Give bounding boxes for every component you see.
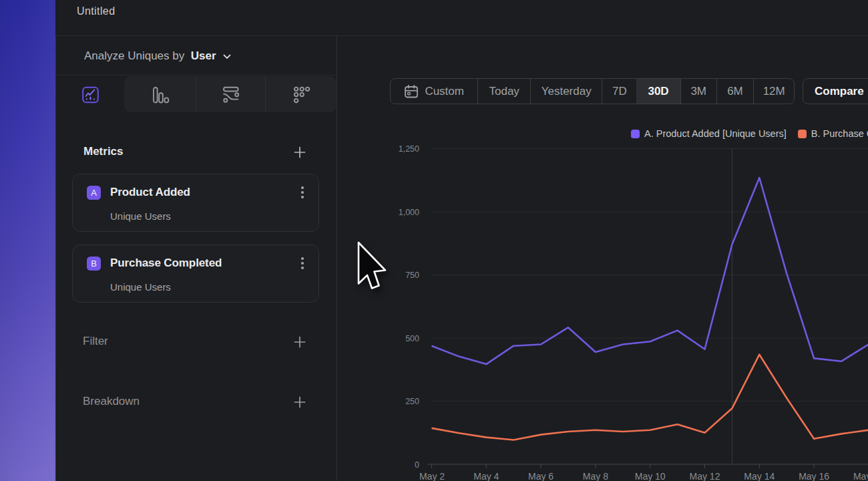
svg-text:May 6: May 6 <box>528 471 554 481</box>
svg-text:May 12: May 12 <box>690 471 720 481</box>
svg-text:250: 250 <box>405 397 419 406</box>
svg-text:750: 750 <box>405 271 419 280</box>
svg-text:0: 0 <box>415 460 419 470</box>
svg-text:May 14: May 14 <box>744 471 775 481</box>
svg-text:May 18: May 18 <box>853 471 868 481</box>
svg-text:May 16: May 16 <box>799 471 829 481</box>
svg-text:May 4: May 4 <box>473 471 499 481</box>
svg-text:1,000: 1,000 <box>399 208 419 217</box>
svg-text:1,250: 1,250 <box>399 144 419 154</box>
svg-text:May 8: May 8 <box>583 471 608 481</box>
svg-text:May 2: May 2 <box>419 471 445 481</box>
svg-text:500: 500 <box>405 334 419 343</box>
svg-text:May 10: May 10 <box>635 471 666 481</box>
